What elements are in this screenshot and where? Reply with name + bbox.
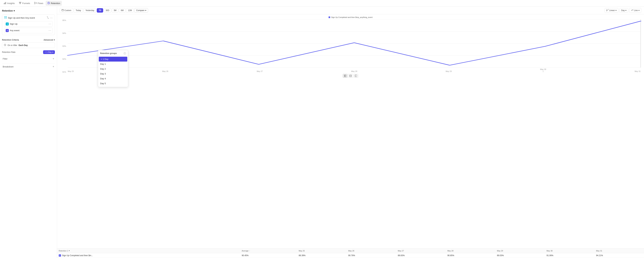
retention-groups-dropdown: Retention groups i < 1 Day Day 1 Day 2 D… [98,50,128,87]
retention-rate-btn[interactable]: < 1 Day ▾ [43,50,55,54]
6m-btn[interactable]: 6M [119,8,126,12]
dropdown-header-label: Retention groups [100,52,117,54]
retention-criteria-label: Retention Criteria [2,39,19,41]
30d-btn[interactable]: 30D [104,8,111,12]
breakdown-label: Breakdown [3,66,14,68]
td-retention-label: ✓ Sign Up Completed and then $m... [57,253,240,258]
nav-funnels[interactable]: Funnels [17,1,32,6]
view-table-full-btn[interactable] [343,74,348,78]
dropdown-item-day1[interactable]: Day 1 [98,62,128,66]
nav-retention-label: Retention [51,2,60,4]
advanced-label: Advanced [44,39,53,41]
chart-legend-label: Sign Up Completed and then $mp_anything_… [331,16,372,18]
event-2-menu-icon[interactable]: ⋯ [48,29,51,32]
advanced-btn[interactable]: Advanced ▾ [44,39,55,41]
svg-rect-3 [19,2,21,2]
td-may27: 88.83% [396,253,446,258]
toolbar-left: Custom Today Yesterday 7D 30D 3M [60,8,148,13]
dropdown-item-day2-label: Day 2 [100,68,106,70]
table-header: Retention 1 ▾ Average ↕ May 25 May 26 [57,248,644,253]
may30-value: 91.06% [546,254,554,257]
col-may25: May 25 [297,248,347,253]
day-label: Day [621,9,625,12]
retention-rate-value: < 1 Day [44,51,52,53]
retention-table: Retention 1 ▾ Average ↕ May 25 May 26 [57,248,644,258]
svg-rect-0 [4,3,4,4]
row-event-label: Sign Up Completed and then $m... [62,254,93,257]
nav-insights[interactable]: Insights [2,1,16,6]
event-group-menu-icon[interactable]: ⋯ [50,16,53,20]
day-btn[interactable]: Day ▾ [619,8,628,12]
breakdown-row[interactable]: Breakdown + [2,63,55,70]
line-chevron-icon: ▾ [638,9,640,12]
td-may26: 90.76% [347,253,396,258]
svg-rect-38 [355,75,357,77]
row-checkbox[interactable]: ✓ [59,254,61,257]
3m-btn[interactable]: 3M [112,8,118,12]
dropdown-item-day2[interactable]: Day 2 [98,66,128,71]
nav-retention[interactable]: Retention [46,1,62,6]
may25-value: 88.39% [299,254,306,257]
retention-criteria-section: Retention Criteria Advanced ▾ [2,39,55,41]
7d-btn[interactable]: 7D [97,8,103,12]
svg-rect-14 [4,16,5,18]
y-label-2: 92% [60,58,66,60]
view-table-compact-btn[interactable] [348,74,353,78]
info-icon[interactable]: i [124,52,126,54]
filter-row[interactable]: Filter + [2,55,55,62]
nav-flows[interactable]: Flows [32,1,45,6]
insights-icon [4,2,6,5]
flows-icon [34,2,37,5]
may28-value: 90.85% [448,254,454,257]
svg-rect-1 [5,2,5,4]
retention-col-chevron-icon[interactable]: ▾ [69,250,70,252]
event-group-expand-icon[interactable] [46,16,49,19]
toolbar-right: Linear ▾ Day ▾ Line ▾ [604,8,641,13]
filter-plus-icon: + [53,57,54,60]
y-label-3: 93% [60,45,66,47]
funnels-icon [19,2,22,5]
calendar-icon [62,9,64,12]
legend-dot [328,16,330,18]
svg-rect-15 [6,16,7,18]
dropdown-item-less-1-day[interactable]: < 1 Day [99,57,127,62]
dropdown-item-day3[interactable]: Day 3 [98,71,128,76]
dropdown-item-day5[interactable]: Day 5 [98,81,128,86]
may29-value: 89.03% [497,254,504,257]
view-list-btn[interactable] [354,74,358,78]
event-2-label-row: 2 Any event [6,29,20,32]
retention-rate-row: Retention Rate < 1 Day ▾ [2,50,55,54]
svg-line-23 [606,9,608,11]
yesterday-btn[interactable]: Yesterday [84,8,96,12]
line-btn[interactable]: Line ▾ [629,8,641,13]
svg-rect-16 [4,18,5,19]
sidebar: Retention ▾ Sign Up and then Any event [0,7,57,258]
12m-btn[interactable]: 12M [126,8,134,12]
col-may30: May 30 [545,248,594,253]
nav-funnels-label: Funnels [22,2,30,4]
retention-icon [47,2,50,5]
y-axis: 95% 94% 93% 92% 91% [60,19,67,73]
td-average: 90.45% [240,253,297,258]
may31-value: 94.21% [596,254,603,257]
linear-btn[interactable]: Linear ▾ [604,8,618,13]
criteria-row: On or After Each Day [2,42,55,48]
chart-plot [68,19,641,68]
sidebar-title[interactable]: Retention ▾ [2,10,55,12]
x-label-may27: May 27 [257,70,263,72]
td-may30: 91.06% [545,253,594,258]
sort-icon[interactable]: ↕ [249,250,250,252]
dropdown-item-day4[interactable]: Day 4 [98,76,128,81]
compare-btn[interactable]: Compare ▾ [134,8,148,12]
svg-rect-7 [34,3,35,4]
custom-date-btn[interactable]: Custom [60,8,73,13]
today-btn[interactable]: Today [74,8,83,12]
dropdown-item-day4-label: Day 4 [100,77,106,80]
today-label: Today [76,9,81,12]
chart-area: Sign Up Completed and then $mp_anything_… [57,14,644,248]
td-may28: 90.85% [446,253,496,258]
table-body: ✓ Sign Up Completed and then $m... 90.45… [57,253,644,258]
breakdown-plus-icon: + [53,65,54,68]
line-chart-icon [631,9,633,12]
event-1-menu-icon[interactable]: ⋯ [48,22,51,26]
